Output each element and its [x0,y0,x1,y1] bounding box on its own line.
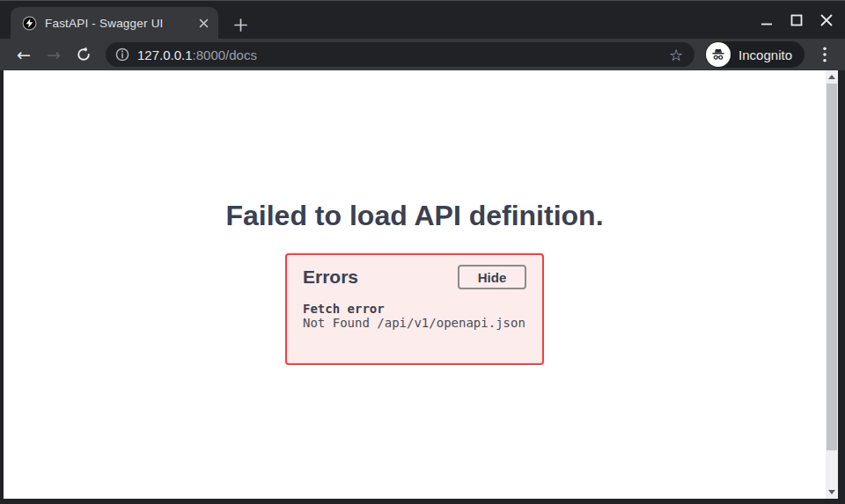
error-item: Fetch error Not Found /api/v1/openapi.js… [303,302,526,330]
url-host: 127.0.0.1 [137,47,193,62]
window-body: Failed to load API definition. Errors Hi… [0,70,845,504]
scroll-down-icon[interactable] [828,490,835,494]
plus-icon [234,18,247,32]
fastapi-favicon-icon [22,16,37,31]
forward-icon[interactable]: → [42,43,65,66]
reload-icon[interactable] [72,43,95,66]
errors-panel: Errors Hide Fetch error Not Found /api/v… [285,253,544,365]
bookmark-star-icon[interactable]: ☆ [666,46,686,64]
page-content: Failed to load API definition. Errors Hi… [4,70,826,499]
incognito-icon [706,42,731,67]
site-info-icon[interactable] [115,47,129,62]
incognito-badge: Incognito [705,41,805,68]
browser-toolbar: ← → 127.0.0.1:8000/docs ☆ [0,39,845,70]
error-name: Fetch error [303,302,526,316]
minimize-button[interactable] [760,13,773,27]
errors-panel-header: Errors Hide [303,265,526,289]
hide-errors-button[interactable]: Hide [458,265,526,289]
maximize-button[interactable] [790,13,803,27]
close-window-button[interactable] [820,13,833,27]
window-controls [760,1,833,39]
error-message: Not Found /api/v1/openapi.json [303,316,526,330]
menu-kebab-icon[interactable] [813,43,836,66]
url-text[interactable]: 127.0.0.1:8000/docs [137,47,257,62]
titlebar: FastAPI - Swagger UI [0,1,845,39]
page-scrollbar[interactable] [826,70,838,499]
incognito-label: Incognito [738,47,792,62]
browser-tab[interactable]: FastAPI - Swagger UI [11,7,218,39]
url-path: :8000/docs [193,47,257,62]
tab-close-icon[interactable] [195,15,211,31]
browser-window: FastAPI - Swagger UI ← [0,0,845,504]
back-icon[interactable]: ← [12,43,35,66]
errors-title: Errors [303,265,358,289]
tab-title: FastAPI - Swagger UI [45,17,187,30]
page-title: Failed to load API definition. [4,70,826,232]
scrollbar-thumb[interactable] [827,84,837,450]
new-tab-button[interactable] [231,15,250,34]
address-bar[interactable]: 127.0.0.1:8000/docs ☆ [106,42,694,67]
scroll-up-icon[interactable] [828,75,835,79]
